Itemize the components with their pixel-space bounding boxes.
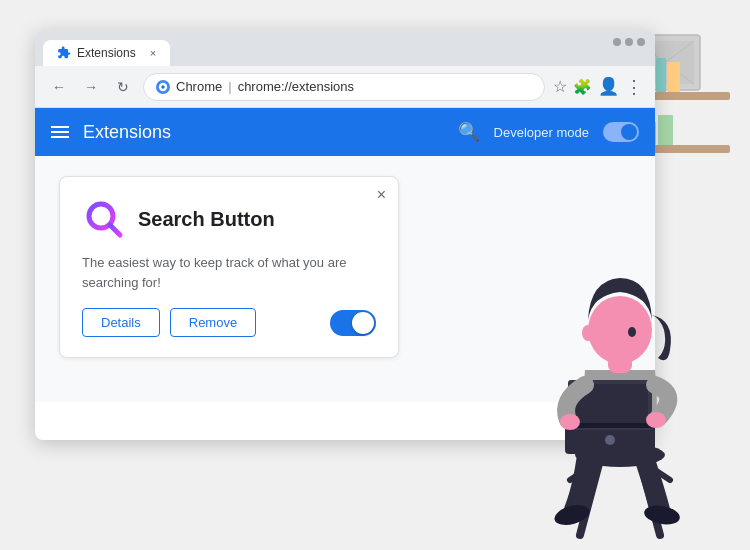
- site-favicon: [156, 80, 170, 94]
- extension-description: The easiest way to keep track of what yo…: [82, 253, 376, 292]
- address-domain: Chrome: [176, 79, 222, 94]
- search-extensions-icon[interactable]: 🔍: [458, 121, 480, 143]
- svg-rect-7: [656, 58, 666, 92]
- developer-mode-label: Developer mode: [494, 125, 589, 140]
- extension-name: Search Button: [138, 208, 275, 231]
- chrome-icon: [158, 82, 168, 92]
- address-bar-row: ← → ↻ Chrome | chrome://extensions ☆ 🧩 👤…: [35, 66, 655, 108]
- back-button[interactable]: ←: [47, 75, 71, 99]
- svg-line-33: [110, 225, 120, 235]
- person-illustration: [520, 240, 720, 540]
- extension-logo: [82, 197, 126, 241]
- account-icon[interactable]: 👤: [598, 76, 619, 97]
- forward-button[interactable]: →: [79, 75, 103, 99]
- card-header: Search Button: [82, 197, 376, 241]
- puzzle-ext-icon[interactable]: 🧩: [573, 78, 592, 96]
- star-icon[interactable]: ☆: [553, 77, 567, 96]
- svg-point-26: [646, 412, 666, 428]
- dot3: [637, 38, 645, 46]
- more-icon[interactable]: ⋮: [625, 76, 643, 98]
- card-actions: Details Remove: [82, 308, 376, 337]
- address-separator: |: [228, 79, 231, 94]
- browser-menu-dots[interactable]: [613, 38, 645, 46]
- extensions-tab[interactable]: Extensions ×: [43, 40, 170, 66]
- address-url: chrome://extensions: [238, 79, 354, 94]
- dot1: [613, 38, 621, 46]
- puzzle-icon: [57, 46, 71, 60]
- remove-button[interactable]: Remove: [170, 308, 256, 337]
- extensions-app-bar: Extensions 🔍 Developer mode: [35, 108, 655, 156]
- svg-point-30: [582, 325, 594, 341]
- svg-point-24: [605, 435, 615, 445]
- details-button[interactable]: Details: [82, 308, 160, 337]
- extension-enabled-toggle[interactable]: [330, 310, 376, 336]
- refresh-button[interactable]: ↻: [111, 75, 135, 99]
- svg-rect-12: [658, 115, 673, 145]
- extensions-title: Extensions: [83, 122, 444, 143]
- tab-label: Extensions: [77, 46, 136, 60]
- tab-close-btn[interactable]: ×: [150, 47, 156, 59]
- card-close-button[interactable]: ×: [377, 187, 386, 203]
- dot2: [625, 38, 633, 46]
- address-bar-icons: ☆ 🧩 👤 ⋮: [553, 76, 643, 98]
- svg-point-28: [588, 296, 652, 364]
- tab-bar: Extensions ×: [35, 30, 655, 66]
- svg-rect-8: [667, 62, 680, 92]
- extension-card: × Search Button: [59, 176, 399, 358]
- developer-mode-toggle[interactable]: [603, 122, 639, 142]
- hamburger-menu[interactable]: [51, 126, 69, 138]
- address-bar[interactable]: Chrome | chrome://extensions: [143, 73, 545, 101]
- svg-point-29: [628, 327, 636, 337]
- svg-rect-23: [568, 423, 652, 428]
- svg-point-25: [560, 414, 580, 430]
